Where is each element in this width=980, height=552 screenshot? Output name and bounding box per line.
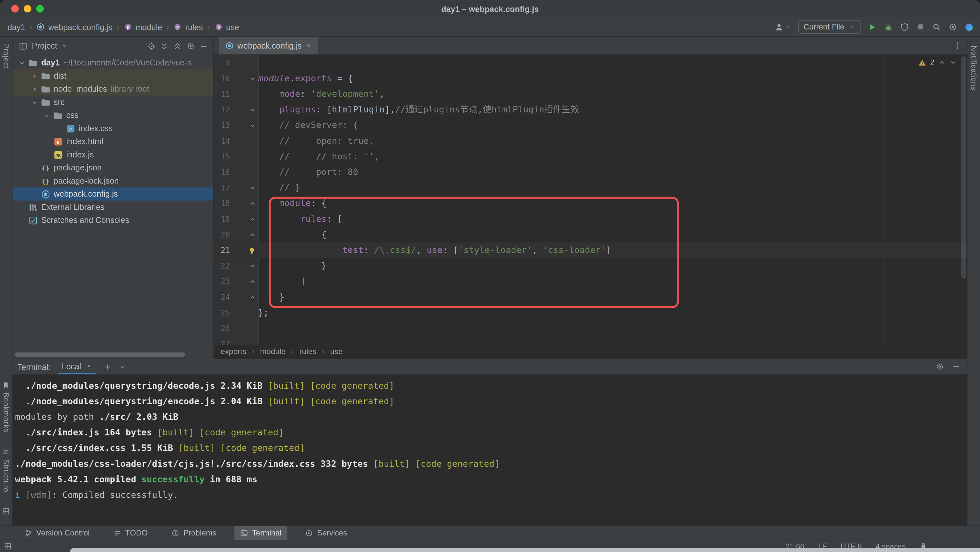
hide-panel-button[interactable]: [199, 41, 208, 50]
tree-toggle-arrow[interactable]: [41, 111, 52, 119]
stop-button[interactable]: [916, 22, 925, 31]
code-text[interactable]: // devServer: {: [258, 117, 358, 133]
code-text[interactable]: // // host: '',: [258, 149, 379, 164]
tool-window-switcher-icon[interactable]: [4, 542, 12, 550]
gutter-mark[interactable]: [230, 75, 258, 82]
close-tab-icon[interactable]: [305, 43, 312, 49]
run-configuration-selector[interactable]: Current File: [798, 20, 861, 34]
code-text[interactable]: module.exports = {: [258, 71, 353, 86]
code-text[interactable]: // port: 80: [258, 164, 358, 180]
search-everywhere-button[interactable]: [932, 22, 941, 32]
tool-stripe-structure[interactable]: Structure: [2, 444, 10, 496]
tool-stripe-project[interactable]: Project: [2, 39, 10, 72]
tool-button-version-control[interactable]: Version Control: [19, 526, 95, 540]
gutter-mark[interactable]: [230, 122, 258, 129]
project-panel-title[interactable]: Project: [32, 41, 57, 51]
gradient-logo-icon[interactable]: [964, 22, 974, 32]
tree-item-package-json[interactable]: {}package.json: [13, 161, 213, 174]
tool-button-problems[interactable]: Problems: [166, 526, 222, 540]
tree-item-package-lock-json[interactable]: {}package-lock.json: [13, 174, 213, 187]
terminal-tab-local[interactable]: Local: [58, 359, 95, 374]
ide-window: day1 – webpack.config.js day1›webpack.co…: [0, 0, 980, 552]
tree-item-index-js[interactable]: JSindex.js: [13, 148, 213, 161]
code-text[interactable]: mode: 'development',: [258, 86, 384, 102]
nav-breadcrumb-use[interactable]: puse: [214, 22, 239, 32]
close-window-button[interactable]: [11, 5, 19, 12]
tree-toggle-arrow[interactable]: [16, 59, 27, 67]
editor-breadcrumb-module[interactable]: module: [260, 347, 285, 356]
tree-toggle-arrow[interactable]: [29, 72, 40, 80]
editor-body[interactable]: 910module.exports = {11 mode: 'developme…: [214, 55, 967, 345]
tree-item-external-libraries[interactable]: External Libraries: [13, 200, 213, 214]
css-icon: #: [65, 124, 75, 133]
window-controls: [0, 5, 44, 12]
tree-item-webpack-config-js[interactable]: webpack.config.js: [13, 187, 213, 201]
coverage-button[interactable]: [900, 22, 909, 32]
tool-stripe-bookmarks[interactable]: Bookmarks: [2, 378, 10, 436]
user-account-button[interactable]: [774, 22, 791, 32]
nav-breadcrumb-rules[interactable]: prules: [173, 22, 203, 32]
macos-dock[interactable]: [70, 548, 980, 552]
code-text[interactable]: // }: [258, 180, 300, 195]
tree-toggle-arrow[interactable]: [29, 98, 40, 106]
gutter-mark[interactable]: [230, 246, 258, 255]
project-view-dropdown-icon[interactable]: [62, 43, 68, 49]
terminal-settings-button[interactable]: [935, 363, 944, 371]
terminal-options-icon[interactable]: [119, 363, 126, 370]
tree-item-node-modules[interactable]: node_moduleslibrary root: [13, 82, 213, 95]
gutter-mark[interactable]: [230, 106, 258, 113]
gutter-mark[interactable]: [230, 231, 258, 238]
editor-breadcrumb-exports[interactable]: exports: [221, 347, 246, 356]
locate-file-button[interactable]: [147, 41, 156, 50]
code-text[interactable]: plugins: [htmlPlugin],//通过plugins节点,使htm…: [258, 102, 579, 117]
inspections-widget[interactable]: 2: [918, 58, 957, 67]
project-options-button[interactable]: [186, 41, 195, 50]
nav-breadcrumb-webpack-config-js[interactable]: webpack.config.js: [36, 22, 113, 32]
tree-item-day1[interactable]: day1~/Documents/Code/VueCode/vue-s: [13, 56, 213, 69]
next-problem-icon[interactable]: [949, 59, 957, 66]
chevron-down-icon: [785, 24, 791, 30]
tree-item-index-css[interactable]: #index.css: [13, 122, 213, 135]
tool-button-services[interactable]: Services: [300, 526, 353, 540]
editor-breadcrumb-use[interactable]: use: [330, 347, 342, 356]
previous-problem-icon[interactable]: [938, 59, 946, 66]
tab-options-icon[interactable]: [953, 41, 962, 50]
code-text[interactable]: };: [258, 305, 269, 320]
editor-breadcrumb-rules[interactable]: rules: [299, 347, 316, 356]
project-view-icon: [19, 41, 27, 50]
collapse-all-button[interactable]: [173, 41, 182, 50]
terminal-output[interactable]: ./node_modules/querystring/decode.js 2.3…: [13, 375, 967, 525]
tool-button-terminal[interactable]: Terminal: [235, 526, 287, 540]
gutter-mark[interactable]: [230, 200, 258, 207]
tree-item-index-html[interactable]: 5index.html: [13, 135, 213, 148]
tool-button-todo[interactable]: TODO: [108, 526, 154, 540]
tree-item-css[interactable]: css: [13, 109, 213, 122]
project-horizontal-scrollbar[interactable]: [15, 352, 185, 357]
tool-stripe-notifications[interactable]: Notifications: [969, 42, 978, 94]
gutter-mark[interactable]: [230, 215, 258, 222]
gutter-mark[interactable]: [230, 293, 258, 301]
project-tree: day1~/Documents/Code/VueCode/vue-sdistno…: [13, 55, 213, 358]
gutter-mark[interactable]: [230, 278, 258, 285]
debug-button[interactable]: [884, 22, 893, 32]
gutter-mark[interactable]: [230, 184, 258, 192]
minimize-window-button[interactable]: [24, 5, 31, 12]
code-text[interactable]: // open: true,: [258, 133, 374, 149]
nav-breadcrumb-day1[interactable]: day1: [8, 22, 25, 32]
gutter-mark[interactable]: [230, 262, 258, 270]
zoom-window-button[interactable]: [36, 5, 44, 12]
tool-stripe-more[interactable]: [2, 503, 10, 519]
new-terminal-session-button[interactable]: [103, 363, 111, 371]
editor-tab-webpack-config-js[interactable]: webpack.config.js: [219, 37, 318, 54]
minimize-terminal-button[interactable]: [952, 363, 961, 371]
expand-all-button[interactable]: [160, 41, 169, 50]
tree-item-src[interactable]: src: [13, 95, 213, 108]
run-button[interactable]: [867, 22, 877, 32]
editor-vertical-scrollbar[interactable]: [961, 56, 966, 279]
nav-breadcrumb-module[interactable]: pmodule: [124, 22, 162, 32]
settings-button[interactable]: [948, 22, 958, 32]
tree-toggle-arrow[interactable]: [29, 85, 40, 93]
close-terminal-tab-icon[interactable]: [86, 363, 92, 369]
tree-item-dist[interactable]: dist: [13, 69, 213, 82]
tree-item-scratches-and-consoles[interactable]: Scratches and Consoles: [13, 214, 213, 227]
